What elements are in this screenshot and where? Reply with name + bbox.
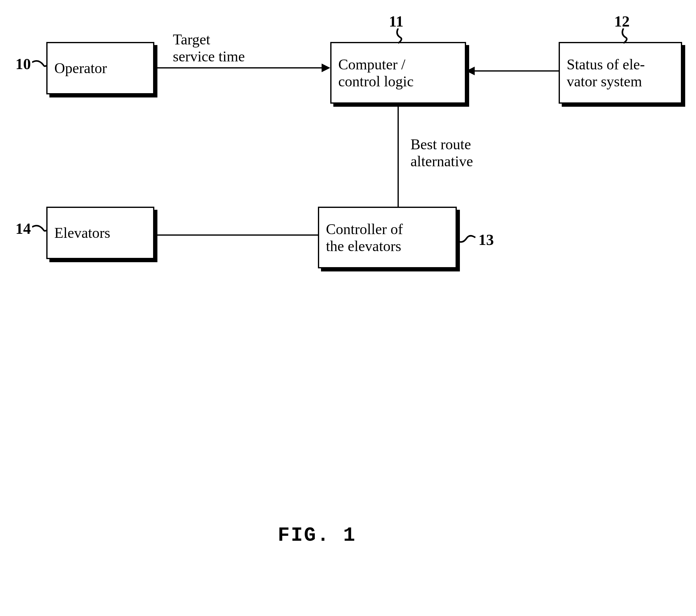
controller-text: Controller of the elevators — [326, 221, 403, 255]
elevators-text: Elevators — [54, 224, 110, 241]
elevators-ref: 14 — [15, 220, 31, 238]
status-hook — [617, 28, 630, 44]
diagram-canvas: Operator 10 Computer / control logic 11 … — [0, 0, 696, 616]
computer-text: Computer / control logic — [338, 56, 414, 90]
operator-ref: 10 — [15, 55, 31, 73]
edge-operator-computer — [154, 67, 322, 68]
controller-ref: 13 — [478, 231, 494, 249]
status-text: Status of ele- vator system — [567, 56, 645, 90]
edge-controller-elevators — [154, 234, 318, 236]
computer-ref: 11 — [389, 12, 404, 30]
edge-computer-controller — [397, 104, 399, 207]
elevators-box: Elevators — [46, 207, 154, 259]
arrow-operator-computer — [322, 64, 330, 72]
operator-hook — [32, 59, 48, 71]
edge-status-computer — [475, 70, 559, 71]
edge-computer-controller-label: Best route alternative — [411, 136, 473, 169]
figure-label: FIG. 1 — [278, 524, 356, 547]
arrow-status-computer — [466, 67, 475, 75]
status-box: Status of ele- vator system — [559, 42, 682, 104]
edge-operator-computer-label: Target service time — [173, 31, 245, 65]
controller-box: Controller of the elevators — [318, 207, 457, 269]
computer-box: Computer / control logic — [330, 42, 466, 104]
elevators-hook — [32, 223, 48, 236]
computer-hook — [392, 28, 404, 44]
status-ref: 12 — [614, 12, 630, 30]
operator-box: Operator — [46, 42, 154, 94]
operator-text: Operator — [54, 60, 107, 77]
controller-hook — [458, 234, 477, 247]
